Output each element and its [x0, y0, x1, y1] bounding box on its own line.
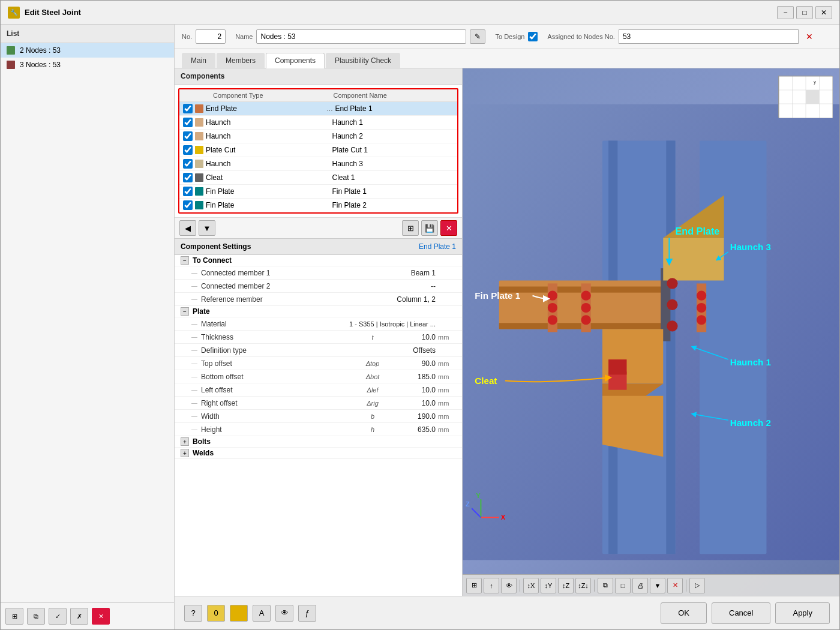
comp-row-0[interactable]: End Plate ... End Plate 1 — [179, 102, 457, 116]
comp-row-2[interactable]: Haunch Haunch 2 — [179, 130, 457, 143]
comp-row-5[interactable]: Cleat Cleat 1 — [179, 171, 457, 185]
delete-icon: ✕ — [446, 224, 452, 233]
comp-arrow-left-btn[interactable]: ◀ — [179, 220, 196, 236]
to-design-checkbox[interactable] — [528, 32, 538, 41]
welds-label: Welds — [193, 449, 214, 457]
view-btn-3[interactable]: ↕X — [523, 578, 539, 593]
svg-rect-6 — [499, 287, 663, 293]
formula-icon-btn[interactable]: ƒ — [298, 605, 316, 622]
zero-icon-btn[interactable]: 0 — [207, 605, 225, 622]
sidebar-delete-btn[interactable]: ✕ — [92, 608, 110, 625]
comp-check-1[interactable] — [183, 118, 193, 127]
close-button[interactable]: ✕ — [815, 6, 832, 19]
view-btn-4[interactable]: ↕Y — [541, 578, 556, 593]
welds-toggle[interactable]: + — [181, 449, 189, 457]
view-btn-2[interactable]: 👁 — [501, 578, 517, 593]
scene-svg: End Plate Fin Plate 1 Haunch 3 Haunch 1 … — [463, 68, 839, 596]
comp-add-btn[interactable]: ⊞ — [402, 220, 419, 236]
prop-thickness: — Thickness t 10.0 mm — [175, 331, 462, 344]
view-btn-5[interactable]: ↕Z — [558, 578, 574, 593]
view-btn-7[interactable]: ⧉ — [598, 578, 613, 593]
maximize-button[interactable]: □ — [796, 6, 813, 19]
comp-row-7[interactable]: Fin Plate Fin Plate 2 — [179, 199, 457, 212]
comp-check-2[interactable] — [183, 131, 193, 141]
no-input[interactable] — [196, 29, 226, 44]
to-design-field-group: To Design — [495, 32, 538, 41]
comp-row-1[interactable]: Haunch Haunch 1 — [179, 116, 457, 130]
svg-rect-27 — [608, 359, 626, 374]
view-btn-11[interactable]: ✕ — [667, 578, 683, 593]
sidebar-header: List — [1, 25, 174, 43]
to-connect-toggle[interactable]: − — [181, 256, 189, 265]
view-btn-10[interactable]: ▼ — [650, 578, 665, 593]
comp-save-btn[interactable]: 💾 — [421, 220, 438, 236]
comp-check-6[interactable] — [183, 187, 193, 196]
comp-name-1: Haunch 1 — [332, 118, 454, 127]
assigned-input[interactable] — [619, 29, 799, 44]
view-btn-0[interactable]: ⊞ — [466, 578, 482, 593]
view-btn-12[interactable]: ▷ — [689, 578, 705, 593]
svg-rect-7 — [499, 323, 663, 329]
name-input[interactable] — [256, 29, 466, 44]
comp-check-7[interactable] — [183, 200, 193, 210]
assigned-clear-button[interactable]: ✕ — [802, 29, 817, 44]
save-icon: 💾 — [425, 224, 434, 233]
node-color-1 — [7, 61, 15, 69]
help-icon-btn[interactable]: ? — [184, 605, 202, 622]
view-btn-1[interactable]: ↑ — [484, 578, 499, 593]
comp-check-0[interactable] — [183, 104, 193, 113]
name-edit-button[interactable]: ✎ — [470, 29, 485, 44]
view-btn-6[interactable]: ↕Z↓ — [575, 578, 591, 593]
comp-check-4[interactable] — [183, 159, 193, 169]
right-panel: No. Name ✎ To Design Assigned to Nodes N… — [175, 25, 839, 629]
prop-material: — Material 1 - S355 | Isotropic | Linear… — [175, 317, 462, 331]
text-icon-btn[interactable]: A — [253, 605, 271, 622]
comp-row-6[interactable]: Fin Plate Fin Plate 1 — [179, 185, 457, 199]
comp-arrow-down-btn[interactable]: ▼ — [199, 220, 215, 236]
bolts-toggle[interactable]: + — [181, 437, 189, 446]
name-field-group: Name ✎ — [235, 29, 485, 44]
comp-row-4[interactable]: Haunch Haunch 3 — [179, 157, 457, 171]
apply-button[interactable]: Apply — [775, 602, 830, 624]
comp-row-3[interactable]: Plate Cut Plate Cut 1 — [179, 143, 457, 157]
svg-rect-4 — [700, 140, 766, 554]
svg-text:Z: Z — [466, 500, 470, 508]
sidebar-add-btn[interactable]: ⊞ — [5, 608, 23, 625]
tab-main[interactable]: Main — [182, 53, 215, 68]
svg-marker-24 — [663, 238, 724, 281]
sidebar-check-btn[interactable]: ✓ — [49, 608, 67, 625]
sidebar-item-1[interactable]: 3 Nodes : 53 — [1, 58, 174, 72]
sidebar-uncheck-btn[interactable]: ✗ — [70, 608, 88, 625]
svg-text:Haunch 3: Haunch 3 — [730, 242, 771, 252]
view-btn-9[interactable]: 🖨 — [632, 578, 648, 593]
tab-components[interactable]: Components — [266, 53, 325, 68]
color-icon-btn[interactable] — [230, 605, 248, 622]
sidebar: List 2 Nodes : 53 3 Nodes : 53 ⊞ ⧉ ✓ ✗ ✕ — [1, 25, 175, 629]
plate-toggle[interactable]: − — [181, 307, 189, 316]
ok-button[interactable]: OK — [661, 602, 707, 624]
cancel-button[interactable]: Cancel — [712, 602, 770, 624]
view-btn-8[interactable]: □ — [615, 578, 631, 593]
tabs: Main Members Components Plausibility Che… — [175, 49, 839, 68]
comp-check-3[interactable] — [183, 145, 193, 155]
comp-check-5[interactable] — [183, 173, 193, 182]
sidebar-item-0[interactable]: 2 Nodes : 53 — [1, 43, 174, 58]
comp-delete-btn[interactable]: ✕ — [440, 220, 457, 236]
comp-color-5 — [195, 173, 203, 182]
add-icon: ⊞ — [407, 224, 414, 233]
tab-plausibility[interactable]: Plausibility Check — [326, 53, 400, 68]
sidebar-copy-btn[interactable]: ⧉ — [27, 608, 45, 625]
sidebar-item-label-0: 2 Nodes : 53 — [20, 46, 61, 55]
maximize-icon: □ — [802, 8, 806, 17]
prop-connected-1: — Connected member 1 Beam 1 — [175, 266, 462, 280]
comp-type-6: Fin Plate — [206, 187, 328, 196]
comp-type-col: Component Type — [211, 92, 334, 99]
prop-top-offset: — Top offset Δtop 90.0 mm — [175, 357, 462, 370]
plate-section: − Plate — Material 1 - S355 | Isotropic … — [175, 306, 462, 436]
minimize-button[interactable]: − — [777, 6, 794, 19]
tab-members[interactable]: Members — [217, 53, 265, 68]
comp-color-1 — [195, 118, 203, 127]
svg-point-16 — [581, 315, 591, 325]
titlebar-left: 🔧 Edit Steel Joint — [8, 7, 81, 19]
eye-icon-btn[interactable]: 👁 — [275, 605, 293, 622]
